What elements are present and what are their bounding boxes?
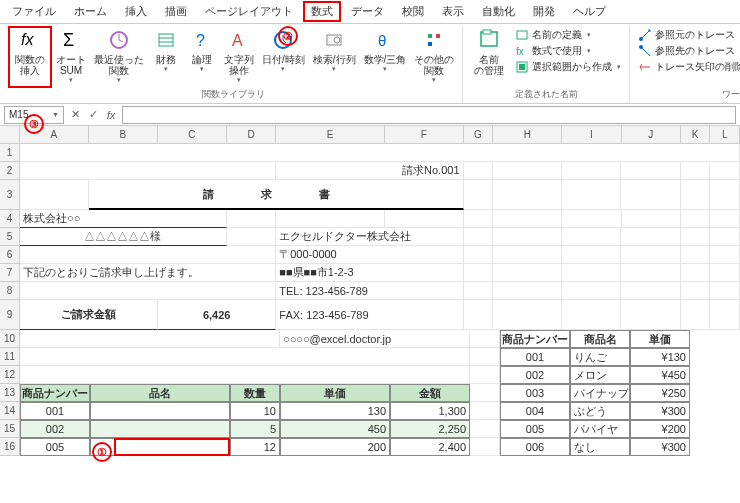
email[interactable]: ○○○○@excel.doctor.jp [280, 330, 470, 348]
invoice-title[interactable]: 請 求 書 [89, 180, 463, 210]
lookup-cell[interactable]: ¥200 [630, 420, 690, 438]
menu-ヘルプ[interactable]: ヘルプ [565, 1, 614, 22]
vendor[interactable]: エクセルドクター株式会社 [276, 228, 463, 246]
col-header[interactable]: I [562, 126, 621, 143]
row-header[interactable]: 1 [0, 144, 20, 162]
lookup-cell[interactable]: りんご [570, 348, 630, 366]
insert-function-button[interactable]: fx 関数の挿入 [8, 26, 52, 88]
col-header[interactable]: H [493, 126, 562, 143]
name-manager-button[interactable]: 名前の管理 [467, 26, 511, 88]
menu-挿入[interactable]: 挿入 [117, 1, 155, 22]
invoice-cell[interactable]: 単価 [280, 384, 390, 402]
invoice-cell[interactable] [90, 438, 230, 456]
ribbon-item-0[interactable]: ΣオートSUM▾ [52, 26, 90, 88]
invoice-cell[interactable] [20, 366, 470, 384]
row-header[interactable]: 9 [0, 300, 20, 330]
lookup-cell[interactable]: ¥450 [630, 366, 690, 384]
col-header[interactable]: D [227, 126, 276, 143]
name-list-item[interactable]: 選択範囲から作成▾ [515, 60, 621, 74]
cell[interactable] [20, 144, 740, 162]
lookup-cell[interactable]: 001 [500, 348, 570, 366]
menu-開発[interactable]: 開発 [525, 1, 563, 22]
col-header[interactable]: J [622, 126, 681, 143]
lookup-cell[interactable]: ¥300 [630, 402, 690, 420]
ribbon-item-8[interactable]: その他の関数▾ [410, 26, 458, 88]
menu-自動化[interactable]: 自動化 [474, 1, 523, 22]
lookup-cell[interactable]: パイナップ [570, 384, 630, 402]
ribbon-item-2[interactable]: 財務▾ [148, 26, 184, 88]
cell[interactable] [20, 180, 89, 210]
row-header[interactable]: 2 [0, 162, 20, 180]
lookup-cell[interactable]: 005 [500, 420, 570, 438]
menu-数式[interactable]: 数式 [303, 1, 341, 22]
cell[interactable] [20, 162, 276, 180]
lookup-cell[interactable]: ¥300 [630, 438, 690, 456]
col-header[interactable] [0, 126, 20, 143]
invoice-cell[interactable]: 10 [230, 402, 280, 420]
col-header[interactable]: A [20, 126, 89, 143]
invoice-cell[interactable]: 12 [230, 438, 280, 456]
invoice-cell[interactable]: 001 [20, 402, 90, 420]
zip[interactable]: 〒000-0000 [276, 246, 463, 264]
col-header[interactable]: E [276, 126, 385, 143]
invoice-cell[interactable]: 1,300 [390, 402, 470, 420]
enter-icon[interactable]: ✓ [86, 108, 100, 121]
worksheet[interactable]: ABCDEFGHIJKL 12請求No.0013請 求 書4株式会社○○5△△△… [0, 126, 740, 503]
invoice-cell[interactable]: 005 [20, 438, 90, 456]
formula-bar[interactable] [122, 106, 736, 124]
lookup-cell[interactable]: ¥130 [630, 348, 690, 366]
trace-list-item[interactable]: 参照先のトレース [638, 44, 740, 58]
invoice-cell[interactable]: 5 [230, 420, 280, 438]
col-header[interactable]: G [464, 126, 494, 143]
person[interactable]: △△△△△△様 [20, 228, 227, 246]
menu-ページレイアウト[interactable]: ページレイアウト [197, 1, 301, 22]
ribbon-item-1[interactable]: 最近使った関数▾ [90, 26, 148, 88]
lookup-header[interactable]: 単価 [630, 330, 690, 348]
trace-list-item[interactable]: トレース矢印の削除▾ [638, 60, 740, 74]
invoice-cell[interactable] [90, 402, 230, 420]
lookup-cell[interactable]: 006 [500, 438, 570, 456]
row-header[interactable]: 7 [0, 264, 20, 282]
cancel-icon[interactable]: ✕ [68, 108, 82, 121]
menu-校閲[interactable]: 校閲 [394, 1, 432, 22]
name-box[interactable]: M15▼ [4, 106, 64, 124]
menu-表示[interactable]: 表示 [434, 1, 472, 22]
invoice-cell[interactable]: 450 [280, 420, 390, 438]
amount[interactable]: 6,426 [158, 300, 276, 330]
menu-ホーム[interactable]: ホーム [66, 1, 115, 22]
row-header[interactable]: 5 [0, 228, 20, 246]
invoice-cell[interactable]: 商品ナンバー [20, 384, 90, 402]
invoice-cell[interactable]: 金額 [390, 384, 470, 402]
name-list-item[interactable]: 名前の定義▾ [515, 28, 621, 42]
lookup-cell[interactable]: 003 [500, 384, 570, 402]
invoice-cell[interactable]: 2,250 [390, 420, 470, 438]
col-header[interactable]: C [158, 126, 227, 143]
col-header[interactable]: K [681, 126, 711, 143]
row-header[interactable]: 4 [0, 210, 20, 228]
lookup-cell[interactable]: 002 [500, 366, 570, 384]
ribbon-item-5[interactable]: 日付/時刻▾ [258, 26, 309, 88]
company[interactable]: 株式会社○○ [20, 210, 227, 228]
col-header[interactable]: B [89, 126, 158, 143]
invoice-cell[interactable] [90, 420, 230, 438]
col-header[interactable]: L [710, 126, 740, 143]
invoice-cell[interactable]: 200 [280, 438, 390, 456]
menu-ファイル[interactable]: ファイル [4, 1, 64, 22]
ribbon-item-7[interactable]: θ数学/三角▾ [360, 26, 411, 88]
ribbon-item-3[interactable]: ?論理▾ [184, 26, 220, 88]
invoice-cell[interactable] [20, 348, 470, 366]
lookup-cell[interactable]: ¥250 [630, 384, 690, 402]
menu-データ[interactable]: データ [343, 1, 392, 22]
lookup-cell[interactable]: なし [570, 438, 630, 456]
lookup-cell[interactable]: パパイヤ [570, 420, 630, 438]
lookup-cell[interactable]: メロン [570, 366, 630, 384]
row-header[interactable]: 8 [0, 282, 20, 300]
row-header[interactable]: 6 [0, 246, 20, 264]
cell[interactable] [227, 228, 276, 246]
lookup-cell[interactable]: 004 [500, 402, 570, 420]
invoice-cell[interactable]: 品名 [90, 384, 230, 402]
fax[interactable]: FAX: 123-456-789 [276, 300, 463, 330]
cell[interactable] [20, 282, 276, 300]
note[interactable]: 下記のとおりご請求申し上げます。 [20, 264, 276, 282]
invoice-cell[interactable]: 数量 [230, 384, 280, 402]
